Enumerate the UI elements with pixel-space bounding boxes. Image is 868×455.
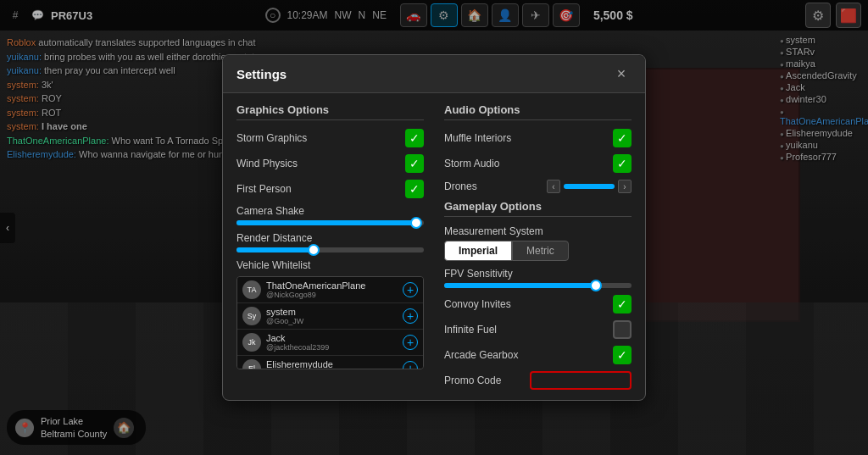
convoy-invites-row: Convoy Invites ✓ (444, 295, 632, 314)
whitelist-info: Elisheremydude @Elisheremydude (266, 359, 398, 369)
fpv-sensitivity-row: FPV Sensitivity (444, 268, 632, 288)
convoy-invites-checkbox[interactable]: ✓ (613, 295, 632, 314)
vehicle-whitelist-label: Vehicle Whitelist (236, 259, 424, 271)
audio-section-header: Audio Options (444, 103, 632, 120)
modal-title: Settings (236, 67, 287, 81)
infinite-fuel-label: Infinite Fuel (444, 324, 497, 336)
storm-graphics-row: Storm Graphics ✓ (236, 129, 424, 147)
whitelist-player-name: Elisheremydude (266, 359, 398, 369)
settings-modal: Settings × Graphics Options Storm Graphi… (222, 54, 646, 401)
whitelist-item: El Elisheremydude @Elisheremydude + (237, 356, 423, 369)
whitelist-item: TA ThatOneAmericanPlane @NickGogo89 + (237, 277, 423, 303)
whitelist-avatar: El (242, 359, 261, 369)
promo-code-input[interactable] (530, 371, 632, 390)
modal-overlay: Settings × Graphics Options Storm Graphi… (0, 0, 868, 455)
wind-physics-checkbox[interactable]: ✓ (405, 154, 424, 173)
storm-graphics-checkbox[interactable]: ✓ (405, 129, 424, 147)
gameplay-section-header: Gameplay Options (444, 200, 632, 217)
first-person-row: First Person ✓ (236, 180, 424, 198)
whitelist-player-name: ThatOneAmericanPlane (266, 280, 398, 291)
arcade-gearbox-checkbox[interactable]: ✓ (613, 346, 632, 364)
wind-physics-row: Wind Physics ✓ (236, 154, 424, 173)
camera-shake-label: Camera Shake (236, 205, 424, 217)
whitelist-avatar: TA (242, 280, 261, 299)
camera-shake-fill (236, 220, 415, 225)
whitelist-player-sub: @NickGogo89 (266, 291, 398, 299)
audio-gameplay-column: Audio Options Muffle Interiors ✓ Storm A… (444, 103, 632, 390)
whitelist-player-sub: @jackthecoal2399 (266, 343, 398, 352)
whitelist-add-button[interactable]: + (403, 335, 418, 350)
arcade-gearbox-label: Arcade Gearbox (444, 349, 518, 361)
render-distance-thumb[interactable] (308, 244, 320, 256)
storm-audio-label: Storm Audio (444, 158, 499, 169)
fpv-sensitivity-track[interactable] (444, 283, 632, 288)
muffle-interiors-checkbox[interactable]: ✓ (613, 129, 632, 147)
graphics-column: Graphics Options Storm Graphics ✓ Wind P… (236, 103, 424, 390)
muffle-interiors-row: Muffle Interiors ✓ (444, 129, 632, 147)
promo-code-label: Promo Code (444, 375, 501, 386)
fpv-sensitivity-label: FPV Sensitivity (444, 268, 632, 280)
whitelist-add-button[interactable]: + (403, 282, 418, 297)
convoy-invites-label: Convoy Invites (444, 298, 511, 310)
whitelist-item: Sy system @Goo_JW + (237, 303, 423, 330)
render-distance-row: Render Distance (236, 232, 424, 252)
whitelist-info: ThatOneAmericanPlane @NickGogo89 (266, 280, 398, 299)
promo-code-row: Promo Code (444, 371, 632, 390)
drones-label: Drones (444, 180, 477, 192)
measurement-label: Measurement System (444, 225, 632, 237)
metric-toggle-btn[interactable]: Metric (512, 241, 569, 261)
whitelist-player-name: system (266, 307, 398, 317)
graphics-section-header: Graphics Options (236, 103, 424, 120)
whitelist-item: Jk Jack @jackthecoal2399 + (237, 330, 423, 356)
muffle-interiors-label: Muffle Interiors (444, 132, 511, 144)
first-person-checkbox[interactable]: ✓ (405, 180, 424, 198)
whitelist-player-name: Jack (266, 333, 398, 343)
infinite-fuel-checkbox[interactable] (613, 320, 632, 339)
arcade-gearbox-row: Arcade Gearbox ✓ (444, 346, 632, 364)
measurement-row: Measurement System Imperial Metric (444, 225, 632, 261)
render-distance-track[interactable] (236, 247, 424, 252)
measurement-toggle-group: Imperial Metric (444, 241, 632, 261)
render-distance-fill (236, 247, 311, 252)
whitelist-player-sub: @Goo_JW (266, 317, 398, 325)
drones-controls: ‹ › (547, 180, 632, 193)
imperial-toggle-btn[interactable]: Imperial (444, 241, 512, 261)
whitelist-add-button[interactable]: + (403, 308, 418, 324)
whitelist-info: Jack @jackthecoal2399 (266, 333, 398, 352)
whitelist-avatar: Jk (242, 333, 261, 352)
camera-shake-row: Camera Shake (236, 205, 424, 225)
fpv-sensitivity-thumb[interactable] (590, 280, 602, 291)
infinite-fuel-row: Infinite Fuel (444, 320, 632, 339)
whitelist-add-button[interactable]: + (403, 361, 418, 369)
drones-increase-btn[interactable]: › (618, 180, 632, 193)
modal-close-button[interactable]: × (611, 64, 632, 84)
drones-decrease-btn[interactable]: ‹ (547, 180, 560, 193)
whitelist-info: system @Goo_JW (266, 307, 398, 325)
first-person-label: First Person (236, 183, 292, 195)
drones-slider[interactable] (564, 184, 615, 189)
storm-audio-row: Storm Audio ✓ (444, 154, 632, 173)
vehicle-whitelist-section: Vehicle Whitelist TA ThatOneAmericanPlan… (236, 259, 424, 369)
storm-audio-checkbox[interactable]: ✓ (613, 154, 632, 173)
camera-shake-track[interactable] (236, 220, 424, 225)
camera-shake-thumb[interactable] (410, 217, 422, 229)
modal-body: Graphics Options Storm Graphics ✓ Wind P… (223, 93, 645, 400)
vehicle-whitelist-list: TA ThatOneAmericanPlane @NickGogo89 + Sy… (236, 276, 424, 369)
modal-header: Settings × (223, 55, 645, 93)
render-distance-label: Render Distance (236, 232, 424, 244)
drones-row: Drones ‹ › (444, 180, 632, 193)
storm-graphics-label: Storm Graphics (236, 132, 307, 144)
wind-physics-label: Wind Physics (236, 158, 298, 169)
whitelist-avatar: Sy (242, 307, 261, 325)
fpv-sensitivity-fill (444, 283, 594, 288)
